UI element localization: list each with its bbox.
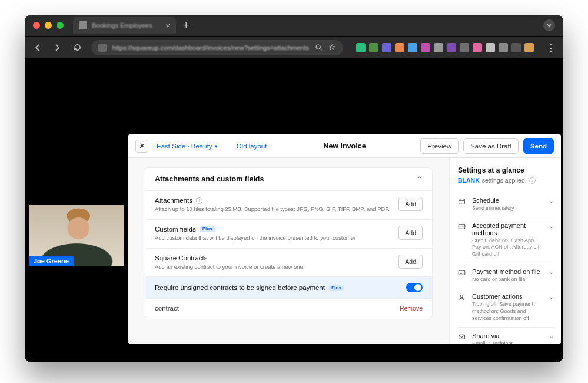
plus-badge: Plus [328, 285, 344, 291]
site-info-icon[interactable] [98, 44, 107, 52]
chevron-down-icon: ⌄ [549, 268, 554, 276]
extension-icon[interactable] [408, 43, 417, 52]
glance-sub: Credit, debit on; Cash App Pay on; ACH o… [472, 237, 543, 258]
calendar-icon [458, 197, 466, 205]
cardfile-icon [458, 269, 466, 276]
chevron-down-icon: ⌄ [549, 293, 554, 301]
require-signed-row: Require unsigned contracts to be signed … [145, 276, 432, 298]
chevron-down-icon: ⌄ [549, 197, 554, 204]
extension-icon[interactable] [524, 43, 534, 52]
tab-favicon [79, 21, 87, 29]
extension-icon[interactable] [395, 43, 404, 52]
extension-icon[interactable] [499, 43, 508, 52]
send-button[interactable]: Send [523, 138, 554, 154]
glance-sub: Send immediately [472, 205, 543, 212]
glance-title: Share via [472, 332, 543, 339]
address-bar-url: https://squareup.com/dashboard/invoices/… [112, 44, 309, 51]
settings-applied: BLANK settings applied. i [458, 177, 554, 184]
card-title: Attachments and custom fields [155, 175, 264, 183]
row-title: Require unsigned contracts to be signed … [155, 284, 325, 291]
glance-item[interactable]: Payment method on fileNo card or bank on… [458, 263, 554, 288]
nav-forward-button[interactable] [52, 42, 64, 54]
app-header: ✕ East Side · Beauty ▾ Old layout New in… [128, 134, 561, 158]
extension-icon[interactable] [382, 43, 391, 52]
settings-panel: Settings at a glance BLANK settings appl… [449, 158, 561, 344]
bookmark-star-icon[interactable] [328, 44, 336, 51]
glance-item[interactable]: Customer actionsTipping off; Save paymen… [458, 288, 554, 326]
browser-window: Bookings Employees × + https://squareup.… [25, 15, 563, 362]
close-button[interactable]: ✕ [135, 140, 148, 153]
address-bar[interactable]: https://squareup.com/dashboard/invoices/… [91, 40, 343, 55]
location-label: East Side · Beauty [157, 143, 212, 150]
card-icon [458, 223, 466, 230]
attachments-row: Attachments i Attach up to 10 files tota… [145, 190, 432, 219]
glance-item[interactable]: Share viaEmail, 1 recipient⌄ [458, 327, 554, 344]
presenter-webcam: Joe Greene [28, 204, 125, 268]
extension-icon[interactable] [460, 43, 469, 52]
new-tab-button[interactable]: + [183, 19, 190, 32]
add-contract-button[interactable]: Add [398, 255, 423, 269]
glance-item[interactable]: Accepted payment methodsCredit, debit on… [458, 217, 554, 263]
extension-icon[interactable] [369, 43, 378, 52]
info-icon[interactable]: i [196, 197, 202, 204]
browser-menu-button[interactable]: ⋮ [546, 41, 556, 54]
tab-title: Bookings Employees [92, 22, 161, 29]
plus-badge: Plus [200, 226, 215, 232]
row-title: Attachments [155, 197, 192, 204]
glance-list: ScheduleSend immediately⌄Accepted paymen… [458, 192, 554, 344]
extension-icon[interactable] [473, 43, 482, 52]
nav-reload-button[interactable] [71, 42, 83, 54]
glance-sub: Tipping off; Save payment method on; Goo… [472, 301, 543, 322]
tabs-overflow-button[interactable] [543, 19, 555, 31]
row-title: Square Contracts [155, 255, 208, 262]
nav-back-button[interactable] [32, 42, 44, 54]
card-header[interactable]: Attachments and custom fields ⌃ [145, 168, 432, 190]
add-custom-field-button[interactable]: Add [398, 226, 423, 240]
extension-icon[interactable] [447, 43, 456, 52]
chevron-down-icon: ▾ [215, 143, 218, 149]
search-icon[interactable] [315, 44, 323, 51]
row-title: Custom fields [155, 226, 196, 233]
svg-rect-2 [459, 224, 465, 229]
traffic-lights [33, 22, 64, 29]
settings-title: Settings at a glance [458, 166, 554, 174]
save-draft-button[interactable]: Save as Draft [463, 138, 519, 154]
presenter-name: Joe Greene [29, 256, 74, 266]
tab-close-button[interactable]: × [165, 21, 170, 30]
settings-template-link[interactable]: BLANK [458, 177, 480, 184]
require-signed-toggle[interactable] [406, 283, 423, 292]
svg-point-0 [316, 45, 320, 49]
square-contracts-row: Square Contracts Add an existing contrac… [145, 248, 432, 277]
browser-toolbar: https://squareup.com/dashboard/invoices/… [25, 36, 563, 58]
location-dropdown[interactable]: East Side · Beauty ▾ [157, 143, 218, 150]
extension-icon[interactable] [356, 43, 366, 52]
browser-tab[interactable]: Bookings Employees × [73, 17, 176, 34]
settings-applied-text: settings applied. [482, 177, 527, 184]
person-icon [458, 293, 466, 301]
window-close-button[interactable] [33, 22, 40, 29]
extension-icon[interactable] [421, 43, 430, 52]
info-icon[interactable]: i [529, 177, 536, 184]
extension-icon[interactable] [511, 43, 521, 52]
row-sub: Add custom data that will be displayed o… [155, 235, 393, 242]
extension-icon[interactable] [434, 43, 443, 52]
svg-rect-3 [459, 270, 465, 275]
contract-name: contract [155, 305, 179, 312]
main-column: Attachments and custom fields ⌃ Attachme… [128, 158, 449, 344]
extension-icon[interactable] [486, 43, 495, 52]
glance-title: Accepted payment methods [472, 222, 543, 236]
window-maximize-button[interactable] [57, 22, 64, 29]
window-minimize-button[interactable] [45, 22, 52, 29]
mail-icon [458, 333, 466, 341]
preview-button[interactable]: Preview [420, 138, 459, 154]
glance-title: Payment method on file [472, 268, 543, 275]
svg-point-4 [460, 295, 463, 298]
attachments-card: Attachments and custom fields ⌃ Attachme… [145, 167, 433, 318]
remove-contract-link[interactable]: Remove [400, 305, 423, 312]
glance-item[interactable]: ScheduleSend immediately⌄ [458, 192, 554, 217]
chevron-down-icon: ⌄ [549, 332, 554, 340]
app-window: ✕ East Side · Beauty ▾ Old layout New in… [128, 134, 561, 344]
old-layout-link[interactable]: Old layout [237, 143, 267, 150]
add-attachment-button[interactable]: Add [398, 197, 423, 211]
browser-viewport: ✕ East Side · Beauty ▾ Old layout New in… [25, 58, 563, 362]
